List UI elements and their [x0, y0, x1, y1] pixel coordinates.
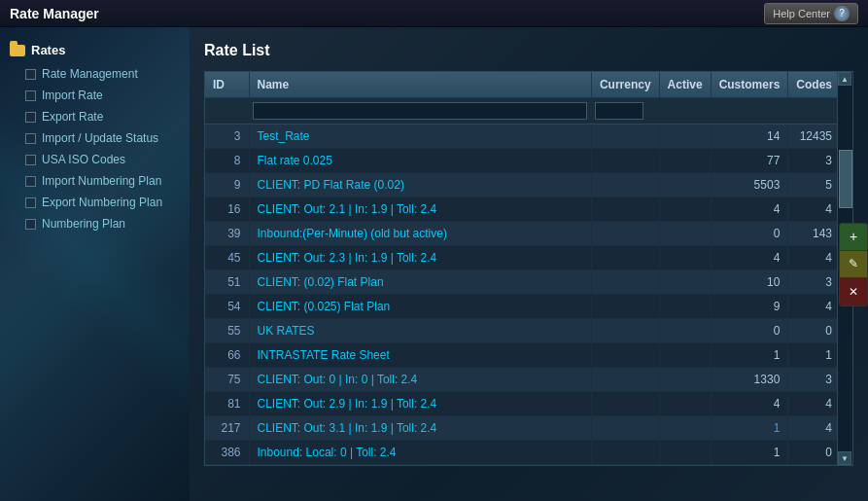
cell-name[interactable]: Inbound:(Per-Minute) (old but active) [249, 222, 591, 246]
cell-currency [591, 441, 659, 465]
cell-active [659, 441, 711, 465]
scroll-down-arrow[interactable]: ▼ [838, 451, 851, 465]
cell-name[interactable]: INTRASTATE Rate Sheet [249, 343, 591, 368]
cell-name[interactable]: CLIENT: PD Flat Rate (0.02) [249, 173, 591, 197]
table-row[interactable]: 81 CLIENT: Out: 2.9 | In: 1.9 | Toll: 2.… [205, 392, 852, 416]
sidebar-item-import-rate[interactable]: Import Rate [0, 85, 190, 106]
cell-name[interactable]: CLIENT: Out: 2.1 | In: 1.9 | Toll: 2.4 [249, 197, 591, 222]
table-row[interactable]: 51 CLIENT: (0.02) Flat Plan 10 3 [205, 270, 852, 295]
checkbox-icon [25, 133, 36, 144]
sidebar: Rates Rate Management Import Rate Export… [0, 27, 190, 501]
edit-button[interactable]: ✎ [840, 251, 867, 278]
cell-name[interactable]: CLIENT: Out: 2.9 | In: 1.9 | Toll: 2.4 [249, 392, 591, 416]
cell-active [659, 295, 711, 319]
checkbox-icon [25, 176, 36, 187]
table-row[interactable]: 16 CLIENT: Out: 2.1 | In: 1.9 | Toll: 2.… [205, 197, 852, 222]
sidebar-item-export-numbering-plan[interactable]: Export Numbering Plan [0, 192, 190, 213]
cell-active [659, 222, 711, 246]
table-header-row: ID Name Currency Active Customers Codes [205, 72, 852, 98]
cell-currency [591, 319, 659, 343]
sidebar-label: Import Numbering Plan [42, 174, 161, 188]
cell-name[interactable]: Inbound: Local: 0 | Toll: 2.4 [249, 441, 591, 465]
table-row[interactable]: 217 CLIENT: Out: 3.1 | In: 1.9 | Toll: 2… [205, 416, 852, 441]
cell-active [659, 197, 711, 222]
filter-customers [711, 98, 788, 125]
header: Rate Manager Help Center ? [0, 0, 868, 27]
cell-id: 8 [205, 149, 249, 173]
cell-customers: 5503 [711, 173, 788, 197]
cell-id: 39 [205, 222, 249, 246]
cell-customers[interactable]: 1 [711, 416, 788, 441]
cell-active [659, 343, 711, 368]
cell-name[interactable]: CLIENT: Out: 2.3 | In: 1.9 | Toll: 2.4 [249, 246, 591, 270]
cell-name[interactable]: Flat rate 0.025 [249, 149, 591, 173]
table-row[interactable]: 55 UK RATES 0 0 [205, 319, 852, 343]
cell-id: 45 [205, 246, 249, 270]
cell-name[interactable]: CLIENT: Out: 0 | In: 0 | Toll: 2.4 [249, 368, 591, 392]
sidebar-section-label: Rates [31, 43, 65, 57]
sidebar-label: Rate Management [42, 67, 138, 81]
cell-id: 66 [205, 343, 249, 368]
cell-id: 55 [205, 319, 249, 343]
cell-customers: 4 [711, 197, 788, 222]
col-header-customers: Customers [711, 72, 788, 98]
cell-currency [591, 149, 659, 173]
name-filter-input[interactable] [253, 102, 587, 120]
table-row[interactable]: 8 Flat rate 0.025 77 3 [205, 149, 852, 173]
sidebar-section-rates[interactable]: Rates [0, 37, 190, 63]
cell-currency [591, 173, 659, 197]
table-row[interactable]: 54 CLIENT: (0.025) Flat Plan 9 4 [205, 295, 852, 319]
table-row[interactable]: 386 Inbound: Local: 0 | Toll: 2.4 1 0 [205, 441, 852, 465]
cell-currency [591, 197, 659, 222]
cell-currency [591, 368, 659, 392]
filter-name[interactable] [249, 98, 591, 125]
cell-name[interactable]: CLIENT: Out: 3.1 | In: 1.9 | Toll: 2.4 [249, 416, 591, 441]
add-button[interactable]: + [840, 224, 867, 251]
cell-customers: 77 [711, 149, 788, 173]
delete-button[interactable]: ✕ [840, 278, 867, 305]
table-row[interactable]: 45 CLIENT: Out: 2.3 | In: 1.9 | Toll: 2.… [205, 246, 852, 270]
scroll-up-arrow[interactable]: ▲ [838, 72, 851, 86]
sidebar-item-import-numbering-plan[interactable]: Import Numbering Plan [0, 170, 190, 192]
cell-id: 217 [205, 416, 249, 441]
cell-active [659, 149, 711, 173]
cell-active [659, 125, 711, 149]
sidebar-item-usa-iso-codes[interactable]: USA ISO Codes [0, 149, 190, 170]
cell-customers: 14 [711, 125, 788, 149]
cell-id: 54 [205, 295, 249, 319]
cell-id: 81 [205, 392, 249, 416]
table-row[interactable]: 9 CLIENT: PD Flat Rate (0.02) 5503 5 [205, 173, 852, 197]
cell-name[interactable]: Test_Rate [249, 125, 591, 149]
cell-name[interactable]: CLIENT: (0.025) Flat Plan [249, 295, 591, 319]
cell-currency [591, 295, 659, 319]
table-row[interactable]: 3 Test_Rate 14 12435 [205, 125, 852, 149]
filter-active [659, 98, 711, 125]
sidebar-item-import-update-status[interactable]: Import / Update Status [0, 127, 190, 149]
checkbox-icon [25, 155, 36, 165]
table-row[interactable]: 39 Inbound:(Per-Minute) (old but active)… [205, 222, 852, 246]
sidebar-item-rate-management[interactable]: Rate Management [0, 63, 190, 85]
checkbox-icon [25, 219, 36, 230]
help-center-button[interactable]: Help Center ? [764, 3, 858, 24]
cell-currency [591, 246, 659, 270]
checkbox-icon [25, 197, 36, 208]
folder-icon [10, 45, 25, 56]
cell-active [659, 416, 711, 441]
sidebar-item-numbering-plan[interactable]: Numbering Plan [0, 213, 190, 234]
cell-name[interactable]: CLIENT: (0.02) Flat Plan [249, 270, 591, 295]
sidebar-item-export-rate[interactable]: Export Rate [0, 106, 190, 127]
checkbox-icon [25, 112, 36, 123]
filter-currency[interactable] [591, 98, 659, 125]
table-row[interactable]: 75 CLIENT: Out: 0 | In: 0 | Toll: 2.4 13… [205, 368, 852, 392]
table-row[interactable]: 66 INTRASTATE Rate Sheet 1 1 [205, 343, 852, 368]
cell-customers: 1330 [711, 368, 788, 392]
cell-name[interactable]: UK RATES [249, 319, 591, 343]
currency-filter-input[interactable] [595, 102, 643, 120]
filter-id [205, 98, 249, 125]
scroll-thumb[interactable] [839, 150, 852, 208]
cell-currency [591, 416, 659, 441]
cell-id: 3 [205, 125, 249, 149]
rate-list-table-container: ID Name Currency Active Customers Codes [204, 71, 853, 466]
cell-active [659, 173, 711, 197]
cell-id: 386 [205, 441, 249, 465]
